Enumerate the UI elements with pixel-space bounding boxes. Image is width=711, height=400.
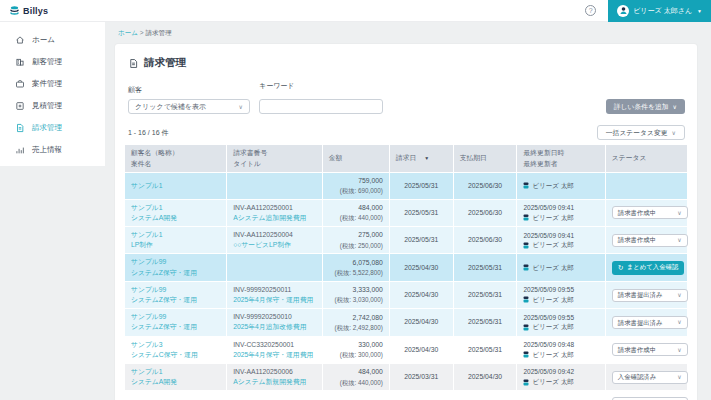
invoice-cell <box>227 254 322 280</box>
updated-at: 2025/05/09 09:42 <box>523 367 598 377</box>
updated-by: ビリーズ 太郎 <box>523 240 598 250</box>
updated-at: 2025/05/09 09:41 <box>523 203 598 213</box>
customer-cell: サンプル1 システムA開発 <box>125 364 226 390</box>
customer-select[interactable]: クリックで候補を表示 ∨ <box>128 99 250 114</box>
invoice-title-link[interactable]: 2025年4月追加改修費用 <box>233 322 316 332</box>
updated-by: ビリーズ 太郎 <box>523 263 598 273</box>
amount-cell: 484,000 (税抜: 440,000) <box>323 364 389 390</box>
project-link[interactable]: システムA開発 <box>131 213 220 223</box>
billing-date-cell: 2025/03/31 <box>390 364 453 390</box>
billing-date-cell: 2025/04/30 <box>390 282 453 308</box>
updated-cell: 2025/05/09 09:48 ビリーズ 太郎 <box>517 337 604 363</box>
amount-tax-excluded: (税抜: 2,492,800) <box>329 323 383 332</box>
sidebar-item-projects[interactable]: 案件管理 <box>0 73 105 95</box>
invoice-title-link[interactable]: ○○サービスLP制作 <box>233 240 316 250</box>
customer-link[interactable]: サンプル3 <box>131 340 220 350</box>
project-link[interactable]: システムZ保守・運用 <box>131 322 220 332</box>
table-row: サンプル1 LP制作 INV-AA1120250004 ○○サービスLP制作 2… <box>125 227 687 253</box>
status-dropdown[interactable]: 請求書作成中 ∨ <box>612 343 688 356</box>
avatar-mini-icon <box>523 264 529 271</box>
invoice-cell: INV-AA1120250006 Aシステム新規開発費用 <box>227 364 322 390</box>
updated-cell: 2025/05/09 09:55 ビリーズ 太郎 <box>517 309 604 335</box>
amount-value: 6,075,080 <box>329 258 383 268</box>
breadcrumb-home-link[interactable]: ホーム <box>118 29 138 36</box>
amount-cell: 275,000 (税抜: 250,000) <box>323 227 389 253</box>
customer-cell: サンプル99 システムZ保守・運用 <box>125 254 226 280</box>
due-date-cell: 2025/04/30 <box>454 391 517 400</box>
updated-cell: 2025/05/09 09:41 ビリーズ 太郎 <box>517 200 604 226</box>
project-link[interactable]: LP制作 <box>131 240 220 250</box>
chevron-down-icon: ∨ <box>677 374 681 380</box>
bulk-payment-confirm-button[interactable]: ↻ まとめて入金確認 <box>612 261 685 275</box>
status-cell: 請求書作成中 ∨ ↻ <box>606 337 687 363</box>
page-title: 請求管理 <box>128 56 687 70</box>
customer-link[interactable]: サンプル99 <box>131 312 220 322</box>
table-row: サンプル3 システムC保守・運用 INV-CC3320250001 2025年4… <box>125 337 687 363</box>
keyword-filter-label: キーワード <box>259 81 383 91</box>
main-content: ホーム>請求管理 請求管理 顧客 クリックで候補を表示 ∨ キーワード 詳しい条… <box>105 22 711 400</box>
header-billing-date[interactable]: 請求日▼ <box>390 145 453 172</box>
sort-desc-icon: ▼ <box>424 155 429 163</box>
table-row: サンプル99 システムZ保守・運用 INV-999920250010 2025年… <box>125 309 687 335</box>
status-dropdown[interactable]: 入金確認済み ∨ <box>612 371 688 384</box>
invoice-number: INV-999920250010 <box>233 312 316 322</box>
invoice-title-link[interactable]: Aシステム新規開発費用 <box>233 377 316 387</box>
invoice-title-link[interactable]: 2025年4月保守・運用費用 <box>233 350 316 360</box>
add-condition-button[interactable]: 詳しい条件を追加 ∨ <box>606 99 685 114</box>
chevron-down-icon: ▼ <box>697 8 702 14</box>
updated-at: 2025/05/09 09:55 <box>523 285 598 295</box>
customers-icon <box>15 57 25 67</box>
customer-link[interactable]: サンプル99 <box>131 285 220 295</box>
project-link[interactable]: システムA開発 <box>131 377 220 387</box>
customer-link[interactable]: サンプル1 <box>131 203 220 213</box>
user-menu-button[interactable]: ビリーズ 太郎さん ▼ <box>608 0 711 22</box>
keyword-input[interactable] <box>259 99 383 114</box>
customer-link[interactable]: サンプル1 <box>131 230 220 240</box>
due-date-cell: 2025/05/31 <box>454 254 517 280</box>
invoice-number: INV-999920250011 <box>233 285 316 295</box>
sidebar-item-customers[interactable]: 顧客管理 <box>0 51 105 73</box>
status-cell: ∨ ↻ まとめて入金確認 <box>606 254 687 280</box>
due-date-cell: 2025/05/31 <box>454 309 517 335</box>
due-date-cell: 2025/06/30 <box>454 227 517 253</box>
sidebar-item-invoices[interactable]: 請求管理 <box>0 117 105 139</box>
amount-cell: 2,742,080 (税抜: 2,492,800) <box>323 309 389 335</box>
billing-date-cell: 2025/03/31 <box>390 391 453 400</box>
project-link[interactable]: システムZ保守・運用 <box>131 295 220 305</box>
sidebar-item-sales[interactable]: 売上情報 <box>0 139 105 161</box>
amount-cell: 330,000 (税抜: 300,000) <box>323 337 389 363</box>
customer-link[interactable]: サンプル1 <box>131 367 220 377</box>
status-dropdown[interactable]: 請求書作成中 ∨ <box>612 234 688 247</box>
invoice-title-link[interactable]: 2025年4月保守・運用費用 <box>233 295 316 305</box>
sidebar-item-home[interactable]: ホーム <box>0 29 105 51</box>
bulk-status-change-button[interactable]: 一括ステータス変更 ∨ <box>597 125 685 140</box>
amount-tax-excluded: (税抜: 440,000) <box>329 378 383 387</box>
amount-cell: 759,000 (税抜: 690,000) <box>323 173 389 199</box>
logo-coins-icon <box>9 5 20 16</box>
project-link[interactable]: システムC保守・運用 <box>131 350 220 360</box>
invoice-cell: INV-999920250011 2025年4月保守・運用費用 <box>227 282 322 308</box>
customer-link[interactable]: サンプル99 <box>131 257 220 267</box>
project-link[interactable]: システムZ保守・運用 <box>131 268 220 278</box>
status-dropdown[interactable]: 請求書提出済み ∨ <box>612 316 688 329</box>
sidebar-item-estimates[interactable]: 見積管理 <box>0 95 105 117</box>
invoice-cell: INV-AA1120250001 Aシステム追加開発費用 <box>227 200 322 226</box>
header-customer: 顧客名（略称）案件名 <box>125 145 226 172</box>
invoice-number: INV-AA1120250004 <box>233 230 316 240</box>
billing-date-cell: 2025/04/30 <box>390 337 453 363</box>
updated-at: 2025/05/09 09:55 <box>523 313 598 323</box>
invoice-title-link[interactable]: Aシステム追加開発費用 <box>233 213 316 223</box>
updated-by: ビリーズ 太郎 <box>523 377 598 387</box>
breadcrumb-current: 請求管理 <box>146 29 172 36</box>
amount-value: 3,333,000 <box>329 285 383 295</box>
status-dropdown[interactable]: 請求書提出済み ∨ <box>612 289 688 302</box>
updated-cell: ビリーズ 太郎 <box>517 254 604 280</box>
status-dropdown[interactable]: 請求書作成中 ∨ <box>612 206 688 219</box>
help-icon[interactable]: ? <box>585 5 596 16</box>
status-cell: 入金確認済み ∨ ↻ <box>606 391 687 400</box>
customer-link[interactable]: サンプル1 <box>131 181 220 191</box>
billing-date-cell: 2025/05/31 <box>390 173 453 199</box>
table-row: サンプル99 システムZ保守・運用 6,075,080 (税抜: 5,522,8… <box>125 254 687 280</box>
avatar-mini-icon <box>523 296 529 303</box>
estimates-icon <box>15 101 25 111</box>
